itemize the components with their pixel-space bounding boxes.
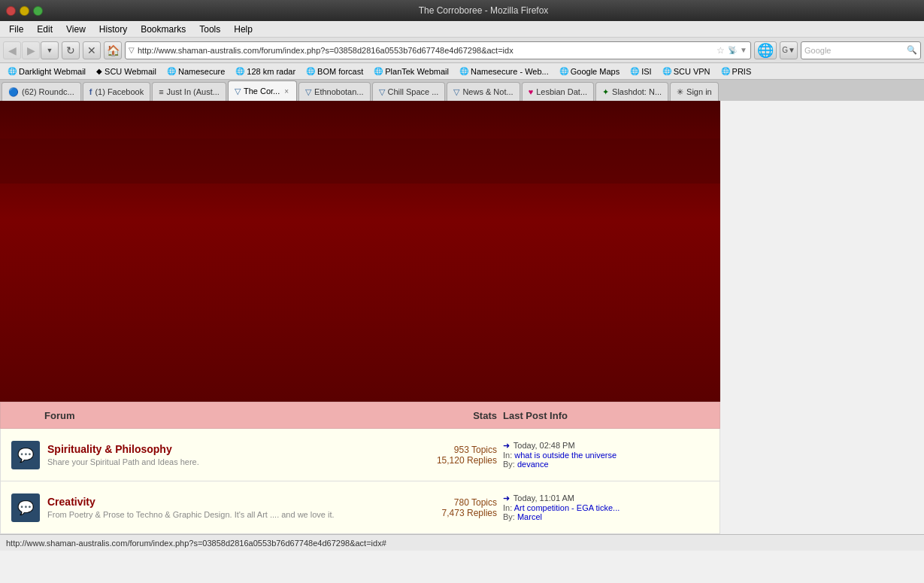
menu-tools[interactable]: Tools [193,23,226,36]
window-title: The Corroboree - Mozilla Firefox [49,5,918,16]
forward-button[interactable]: ▶ [22,41,40,59]
forum-row-spirituality: 💬 Spirituality & Philosophy Share your S… [0,429,720,481]
url-dropdown-icon[interactable]: ▼ [740,46,747,54]
main-content: Forum Stats Last Post Info 💬 Spiritualit… [0,101,720,534]
status-url: http://www.shaman-australis.com/forum/in… [6,539,386,548]
lastpost-in: In: Art competition - EGA ticke... [503,503,713,512]
lastpost-link[interactable]: Art competition - EGA ticke... [514,503,620,512]
title-bar: The Corroboree - Mozilla Firefox [0,0,924,21]
forum-icon: 💬 [11,493,40,522]
forum-icon-wrapper: 💬 [7,493,44,522]
forum-desc-spirituality: Share your Spiritual Path and Ideas here… [47,457,413,466]
bookmark-bom[interactable]: 🌐 BOM forcast [301,65,368,77]
stop-button[interactable]: ✕ [83,41,101,59]
bookmark-namesecure2[interactable]: 🌐 Namesecure - Web... [455,65,553,77]
tab-corroboree[interactable]: ▽ The Cor... × [228,80,297,101]
forum-replies: 7,473 Replies [413,508,497,518]
bookmark-namesecure[interactable]: 🌐 Namesecure [162,65,229,77]
bookmark-icon: 🌐 [662,67,671,75]
bookmark-plantek[interactable]: 🌐 PlanTek Webmail [369,65,453,77]
lastpost-by: By: Marcel [503,512,713,521]
bookmark-isi[interactable]: 🌐 ISI [626,65,656,77]
bookmark-scuvpn[interactable]: 🌐 SCU VPN [658,65,715,77]
lastpost-link[interactable]: what is outside the universe [514,451,617,460]
bookmark-darklight[interactable]: 🌐 Darklight Webmail [3,65,90,77]
bookmark-googlemaps[interactable]: 🌐 Google Maps [555,65,624,77]
forum-lastpost-creativity: ➜ Today, 11:01 AM In: Art competition - … [503,493,713,521]
tab-favicon: ▽ [305,87,311,97]
tab-news[interactable]: ▽ News & Not... [447,82,520,101]
banner [0,101,720,402]
home-button[interactable]: 🏠 [104,41,122,59]
url-protocol-icon: ▽ [129,46,135,54]
identity-button[interactable]: 🌐 [754,41,777,59]
lastpost-arrow-icon: ➜ [503,441,510,450]
maximize-button[interactable] [33,6,43,16]
bookmark-128km[interactable]: 🌐 128 km radar [231,65,300,77]
forum-stats-creativity: 780 Topics 7,473 Replies [413,497,503,518]
url-text[interactable]: http://www.shaman-australis.com/forum/in… [138,46,713,55]
bookmark-star-icon[interactable]: ☆ [716,45,725,56]
lastpost-author[interactable]: Marcel [517,512,542,521]
back-button[interactable]: ◀ [3,41,21,59]
menu-edit[interactable]: Edit [31,23,59,36]
browser-controls: 🌐 G▼ [754,41,798,59]
tab-slashdot[interactable]: ✦ Slashdot: N... [595,82,668,101]
window-controls [6,6,43,16]
bookmark-scu-webmail[interactable]: ◆ SCU Webmail [92,65,161,77]
lastpost-author[interactable]: devance [517,460,549,469]
search-provider-button[interactable]: G▼ [780,41,798,59]
bookmark-icon: 🌐 [8,67,17,75]
tab-favicon: f [89,87,92,96]
lastpost-in-label: In: [503,451,514,460]
menu-view[interactable]: View [60,23,92,36]
tab-favicon: ≡ [159,87,163,96]
forum-topics: 780 Topics [413,497,497,508]
forum-icon-wrapper: 💬 [7,441,44,469]
banner-background [0,101,720,402]
forum-table-header: Forum Stats Last Post Info [0,402,720,429]
tabs-bar: 🔵 (62) Roundc... f (1) Facebook ≡ Just I… [0,80,924,101]
tab-facebook[interactable]: f (1) Facebook [83,82,150,101]
banner-stripe [0,138,720,184]
menu-history[interactable]: History [93,23,133,36]
chat-icon: 💬 [17,447,34,463]
forum-container: Forum Stats Last Post Info 💬 Spiritualit… [0,402,720,534]
side-space [720,101,924,534]
tab-favicon: ♥ [529,87,534,96]
tab-justIn[interactable]: ≡ Just In (Aust... [152,82,226,101]
url-bar[interactable]: ▽ http://www.shaman-australis.com/forum/… [125,41,751,59]
tab-close-icon[interactable]: × [283,87,290,96]
status-bar: http://www.shaman-australis.com/forum/in… [0,534,924,551]
close-button[interactable] [6,6,16,16]
tab-roundcube[interactable]: 🔵 (62) Roundc... [2,82,81,101]
tab-lesbian[interactable]: ♥ Lesbian Dat... [522,82,594,101]
rss-icon[interactable]: 📡 [728,46,737,54]
search-input[interactable]: Google [804,46,907,55]
bookmark-icon: ◆ [96,67,102,75]
tab-favicon: ✳ [677,87,683,97]
nav-bar: ◀ ▶ ▼ ↻ ✕ 🏠 ▽ http://www.shaman-australi… [0,38,924,63]
forum-title-spirituality[interactable]: Spirituality & Philosophy [47,443,413,455]
menu-file[interactable]: File [3,23,29,36]
tab-favicon: ▽ [453,87,459,97]
menu-bookmarks[interactable]: Bookmarks [135,23,192,36]
bookmark-pris[interactable]: 🌐 PRIS [716,65,756,77]
search-icon[interactable]: 🔍 [907,45,917,55]
page-layout: Forum Stats Last Post Info 💬 Spiritualit… [0,101,924,534]
reload-button[interactable]: ↻ [62,41,80,59]
minimize-button[interactable] [20,6,29,16]
forum-info: Creativity From Poetry & Prose to Techno… [44,496,413,519]
tab-signin[interactable]: ✳ Sign in [670,82,719,101]
forum-topics: 953 Topics [413,445,497,455]
menu-bar: File Edit View History Bookmarks Tools H… [0,21,924,38]
tab-ethnobotan[interactable]: ▽ Ethnobotan... [298,82,370,101]
forum-lastpost-spirituality: ➜ Today, 02:48 PM In: what is outside th… [503,441,713,469]
search-bar[interactable]: Google 🔍 [801,41,921,59]
dropdown-button[interactable]: ▼ [41,41,59,59]
menu-help[interactable]: Help [228,23,259,36]
tab-chillspace[interactable]: ▽ Chill Space ... [372,82,446,101]
forum-title-creativity[interactable]: Creativity [47,496,413,508]
forum-info: Spirituality & Philosophy Share your Spi… [44,443,413,466]
bookmark-icon: 🌐 [374,67,383,75]
